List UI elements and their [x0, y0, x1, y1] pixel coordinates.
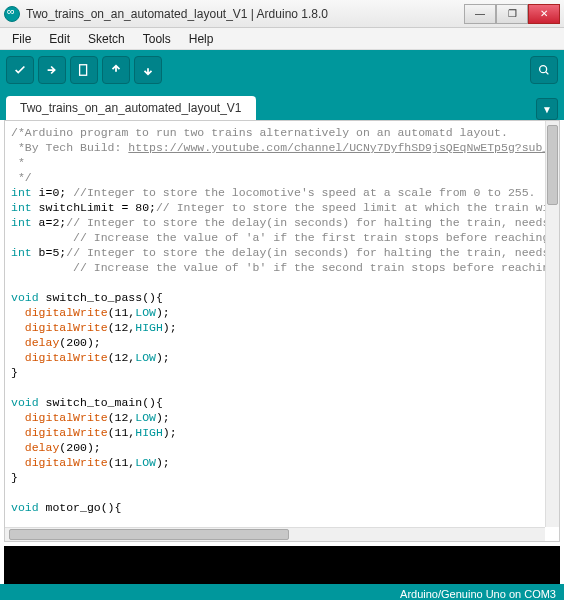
code-comment: // Increase the value of 'b' if the seco… — [11, 261, 545, 274]
code-comment: */ — [11, 171, 32, 184]
scroll-thumb[interactable] — [547, 125, 558, 205]
code-keyword: int — [11, 201, 32, 214]
code-function: digitalWrite — [25, 456, 108, 469]
code-keyword: void — [11, 291, 39, 304]
editor-area: /*Arduino program to run two trains alte… — [4, 120, 560, 542]
code-comment: *By Tech Build: — [11, 141, 128, 154]
code-keyword: LOW — [135, 351, 156, 364]
code-comment: // Integer to store the delay(in seconds… — [66, 216, 545, 229]
code-indent — [11, 321, 25, 334]
menu-tools[interactable]: Tools — [135, 30, 179, 48]
code-indent — [11, 426, 25, 439]
code-keyword: int — [11, 186, 32, 199]
horizontal-scrollbar[interactable] — [5, 527, 545, 541]
code-text: (12, — [108, 321, 136, 334]
code-text: ); — [163, 426, 177, 439]
code-text: (200); — [59, 441, 100, 454]
code-text: (12, — [108, 411, 136, 424]
code-text: } — [11, 471, 18, 484]
vertical-scrollbar[interactable] — [545, 121, 559, 527]
code-comment: // Integer to store the speed limit at w… — [156, 201, 545, 214]
code-text: switchLimit = 80; — [32, 201, 156, 214]
code-text: ); — [156, 411, 170, 424]
code-keyword: LOW — [135, 456, 156, 469]
code-function: digitalWrite — [25, 411, 108, 424]
code-link[interactable]: https://www.youtube.com/channel/UCNy7Dyf… — [128, 141, 545, 154]
code-comment: /*Arduino program to run two trains alte… — [11, 126, 508, 139]
scroll-thumb[interactable] — [9, 529, 289, 540]
code-text: (11, — [108, 456, 136, 469]
code-indent — [11, 441, 25, 454]
svg-rect-0 — [80, 65, 87, 76]
code-comment: //Integer to store the locomotive's spee… — [73, 186, 535, 199]
code-text: (200); — [59, 336, 100, 349]
tab-menu-button[interactable]: ▼ — [536, 98, 558, 120]
code-keyword: void — [11, 501, 39, 514]
code-keyword: LOW — [135, 306, 156, 319]
code-function: digitalWrite — [25, 321, 108, 334]
code-indent — [11, 351, 25, 364]
menu-sketch[interactable]: Sketch — [80, 30, 133, 48]
code-text: ); — [163, 321, 177, 334]
maximize-button[interactable]: ❐ — [496, 4, 528, 24]
code-text: ); — [156, 306, 170, 319]
code-function: digitalWrite — [25, 351, 108, 364]
code-text: ); — [156, 351, 170, 364]
upload-button[interactable] — [38, 56, 66, 84]
new-button[interactable] — [70, 56, 98, 84]
serial-monitor-button[interactable] — [530, 56, 558, 84]
code-keyword: LOW — [135, 411, 156, 424]
code-function: delay — [25, 336, 60, 349]
minimize-button[interactable]: — — [464, 4, 496, 24]
code-text: a=2; — [32, 216, 67, 229]
code-editor[interactable]: /*Arduino program to run two trains alte… — [5, 121, 545, 527]
code-keyword: int — [11, 216, 32, 229]
code-keyword: HIGH — [135, 426, 163, 439]
code-text: } — [11, 366, 18, 379]
arduino-icon — [4, 6, 20, 22]
toolbar — [0, 50, 564, 90]
code-text: ); — [156, 456, 170, 469]
code-function: digitalWrite — [25, 306, 108, 319]
code-text: motor_go(){ — [39, 501, 122, 514]
verify-button[interactable] — [6, 56, 34, 84]
status-bar: Arduino/Genuino Uno on COM3 — [0, 584, 564, 600]
code-text: (11, — [108, 306, 136, 319]
menu-file[interactable]: File — [4, 30, 39, 48]
menu-bar: File Edit Sketch Tools Help — [0, 28, 564, 50]
window-titlebar: Two_trains_on_an_automated_layout_V1 | A… — [0, 0, 564, 28]
open-button[interactable] — [102, 56, 130, 84]
code-comment: // Increase the value of 'a' if the firs… — [11, 231, 545, 244]
code-text: (11, — [108, 426, 136, 439]
code-text: b=5; — [32, 246, 67, 259]
code-text: (12, — [108, 351, 136, 364]
code-indent — [11, 336, 25, 349]
code-keyword: int — [11, 246, 32, 259]
tab-bar: Two_trains_on_an_automated_layout_V1 ▼ — [0, 90, 564, 120]
code-keyword: HIGH — [135, 321, 163, 334]
code-text: switch_to_pass(){ — [39, 291, 163, 304]
board-status: Arduino/Genuino Uno on COM3 — [400, 588, 556, 600]
code-text: switch_to_main(){ — [39, 396, 163, 409]
code-indent — [11, 456, 25, 469]
code-indent — [11, 411, 25, 424]
code-indent — [11, 306, 25, 319]
window-controls: — ❐ ✕ — [464, 4, 560, 24]
save-button[interactable] — [134, 56, 162, 84]
close-button[interactable]: ✕ — [528, 4, 560, 24]
menu-help[interactable]: Help — [181, 30, 222, 48]
code-text: i=0; — [32, 186, 73, 199]
code-comment: // Integer to store the delay(in seconds… — [66, 246, 545, 259]
console-panel — [4, 546, 560, 584]
code-function: delay — [25, 441, 60, 454]
menu-edit[interactable]: Edit — [41, 30, 78, 48]
code-function: digitalWrite — [25, 426, 108, 439]
window-title: Two_trains_on_an_automated_layout_V1 | A… — [26, 7, 464, 21]
svg-point-1 — [540, 66, 547, 73]
sketch-tab[interactable]: Two_trains_on_an_automated_layout_V1 — [6, 96, 256, 120]
code-comment: * — [11, 156, 25, 169]
code-keyword: void — [11, 396, 39, 409]
